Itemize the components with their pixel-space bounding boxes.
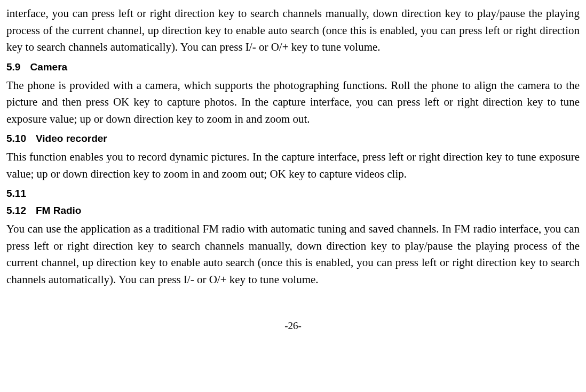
heading-5-12: 5.12FM Radio — [6, 205, 580, 217]
heading-5-12-num: 5.12 — [6, 205, 26, 217]
heading-5-9-title: Camera — [30, 61, 67, 73]
heading-5-10-title: Video recorder — [36, 133, 107, 144]
page-number: -26- — [6, 320, 580, 332]
paragraph-5-9: The phone is provided with a camera, whi… — [6, 77, 580, 128]
heading-5-11-num: 5.11 — [6, 188, 26, 199]
paragraph-intro: interface, you can press left or right d… — [6, 5, 580, 56]
heading-5-10: 5.10Video recorder — [6, 133, 580, 145]
paragraph-5-10: This function enables you to record dyna… — [6, 149, 580, 182]
heading-5-9: 5.9Camera — [6, 61, 580, 73]
heading-5-10-num: 5.10 — [6, 133, 26, 145]
paragraph-5-12: You can use the application as a traditi… — [6, 221, 580, 288]
heading-5-9-num: 5.9 — [6, 61, 20, 73]
heading-5-12-title: FM Radio — [36, 205, 82, 216]
heading-5-11: 5.11 — [6, 188, 580, 199]
